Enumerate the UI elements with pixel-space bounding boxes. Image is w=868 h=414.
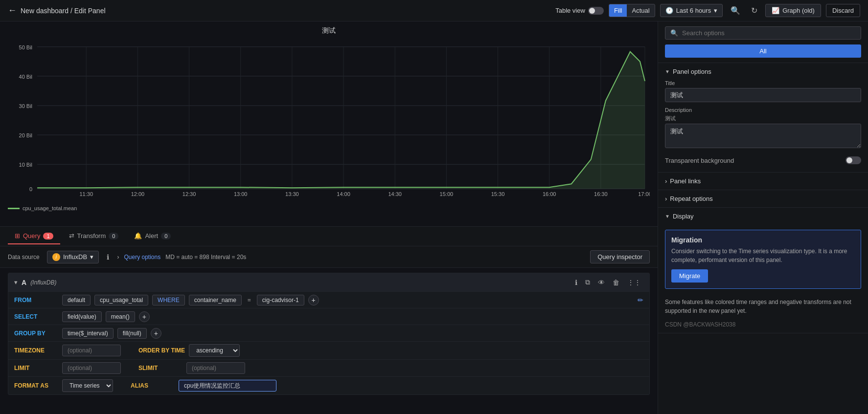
query-visibility-icon[interactable]: 👁 bbox=[595, 277, 607, 287]
alias-label: ALIAS bbox=[131, 382, 175, 389]
query-inspector-btn[interactable]: Query inspector bbox=[590, 250, 650, 263]
display-label: Display bbox=[673, 213, 694, 220]
table-view-switch[interactable] bbox=[588, 7, 604, 15]
select-plus[interactable]: + bbox=[139, 311, 150, 322]
from-plus[interactable]: + bbox=[308, 295, 319, 305]
desc-sublabel: 测试 bbox=[665, 115, 861, 122]
migration-box: Migration Consider switching to the Time… bbox=[665, 230, 861, 289]
top-bar: ← New dashboard / Edit Panel Table view … bbox=[0, 0, 868, 22]
fill-btn[interactable]: Fill bbox=[609, 4, 627, 17]
query-block-actions: ℹ ⧉ 👁 🗑 ⋮⋮ bbox=[572, 277, 643, 287]
query-copy-icon[interactable]: ⧉ bbox=[583, 277, 593, 287]
svg-text:12:00: 12:00 bbox=[131, 191, 145, 197]
query-letter: A bbox=[22, 279, 26, 286]
repeat-options-section[interactable]: › Repeat options bbox=[658, 190, 868, 208]
migrate-btn[interactable]: Migrate bbox=[671, 269, 708, 283]
time-range-picker[interactable]: 🕐 Last 6 hours ▾ bbox=[660, 4, 723, 17]
group-fill[interactable]: fill(null) bbox=[117, 328, 147, 339]
zoom-icon[interactable]: 🔍 bbox=[728, 4, 743, 17]
repeat-options-chevron-icon: › bbox=[665, 195, 667, 202]
limit-label: LIMIT bbox=[14, 365, 58, 371]
from-measurement[interactable]: default bbox=[62, 295, 91, 305]
graph-type-btn[interactable]: 📈 Graph (old) bbox=[765, 4, 821, 17]
refresh-icon[interactable]: ↻ bbox=[748, 4, 760, 17]
discard-button[interactable]: Discard bbox=[826, 4, 860, 17]
title-field-input[interactable] bbox=[665, 88, 861, 102]
timezone-input[interactable] bbox=[62, 345, 121, 356]
panel-options-header[interactable]: ▼ Panel options bbox=[658, 63, 868, 80]
tab-query[interactable]: ⊞ Query 1 bbox=[8, 228, 60, 244]
breadcrumb-area: ← New dashboard / Edit Panel bbox=[8, 5, 106, 16]
condition-val[interactable]: cig-cadvisor-1 bbox=[257, 295, 304, 305]
back-icon[interactable]: ← bbox=[8, 5, 17, 16]
panel-links-section[interactable]: › Panel links bbox=[658, 173, 868, 190]
format-as-label: FORMAT AS bbox=[14, 382, 58, 389]
svg-text:12:30: 12:30 bbox=[183, 191, 196, 197]
slimit-input[interactable] bbox=[186, 362, 245, 374]
all-btn[interactable]: All bbox=[665, 44, 861, 58]
transform-tab-icon: ⇄ bbox=[69, 232, 74, 240]
limit-input[interactable] bbox=[62, 362, 121, 374]
fill-actual-toggle: Fill Actual bbox=[609, 4, 655, 17]
svg-text:50 Bil: 50 Bil bbox=[19, 44, 33, 50]
alias-input[interactable] bbox=[179, 380, 276, 392]
svg-text:15:30: 15:30 bbox=[491, 191, 505, 197]
transform-tab-label: Transform bbox=[77, 232, 106, 240]
search-options-input[interactable] bbox=[682, 29, 856, 37]
alert-tab-badge: 0 bbox=[161, 233, 171, 240]
query-info-icon[interactable]: ℹ bbox=[572, 277, 580, 287]
timezone-label: TIMEZONE bbox=[14, 347, 58, 354]
table-view-label: Table view bbox=[555, 7, 585, 14]
transparent-knob bbox=[846, 157, 852, 163]
group-by-label: GROUP BY bbox=[14, 330, 58, 337]
query-tab-label: Query bbox=[23, 232, 40, 240]
select-label: SELECT bbox=[14, 313, 58, 320]
tab-alert[interactable]: 🔔 Alert 0 bbox=[127, 228, 178, 244]
svg-text:14:30: 14:30 bbox=[388, 191, 402, 197]
collapse-icon[interactable]: ▾ bbox=[14, 279, 18, 286]
svg-text:20 Bil: 20 Bil bbox=[19, 132, 33, 138]
group-time[interactable]: time($_interval) bbox=[62, 328, 114, 339]
format-as-select[interactable]: Time series Table bbox=[62, 379, 113, 392]
panel-links-chevron-icon: › bbox=[665, 177, 667, 185]
right-panel-header: 🔍 All bbox=[658, 22, 868, 63]
search-options-box: 🔍 bbox=[665, 26, 861, 40]
panel-options-section: ▼ Panel options Title Description 测试 测试 … bbox=[658, 63, 868, 173]
condition-key[interactable]: container_name bbox=[189, 295, 242, 305]
chart-svg: 0 10 Bil 20 Bil 30 Bil 40 Bil 50 Bil 11:… bbox=[8, 37, 650, 203]
timezone-order-row: TIMEZONE ORDER BY TIME ascending descend… bbox=[8, 342, 649, 360]
select-field[interactable]: field(value) bbox=[62, 311, 102, 322]
from-table[interactable]: cpu_usage_total bbox=[94, 295, 148, 305]
group-plus[interactable]: + bbox=[151, 328, 161, 339]
desc-textarea[interactable]: 测试 bbox=[665, 124, 861, 148]
from-label: FROM bbox=[14, 297, 58, 304]
chart-legend: cpu_usage_total.mean bbox=[8, 203, 650, 213]
right-panel-content: ▼ Panel options Title Description 测试 测试 … bbox=[658, 63, 868, 414]
transparent-switch[interactable] bbox=[845, 156, 861, 164]
from-row: FROM default cpu_usage_total WHERE conta… bbox=[8, 292, 649, 308]
repeat-options-label: Repeat options bbox=[670, 195, 712, 202]
svg-text:0: 0 bbox=[29, 186, 32, 192]
query-drag-icon[interactable]: ⋮⋮ bbox=[625, 277, 643, 287]
desc-field-row: Description 测试 测试 bbox=[665, 107, 861, 150]
order-by-select[interactable]: ascending descending bbox=[189, 344, 240, 357]
panel-links-label: Panel links bbox=[670, 177, 701, 185]
desc-field-label: Description bbox=[665, 107, 861, 113]
center-panel: 测试 bbox=[0, 22, 658, 414]
query-options-btn[interactable]: Query options bbox=[124, 254, 160, 261]
query-delete-icon[interactable]: 🗑 bbox=[610, 277, 622, 287]
select-agg[interactable]: mean() bbox=[106, 311, 135, 322]
title-field-row: Title bbox=[665, 80, 861, 102]
from-edit-icon[interactable]: ✏ bbox=[638, 296, 643, 304]
influxdb-icon: ⅈ bbox=[52, 253, 60, 261]
datasource-info-icon[interactable]: ℹ bbox=[104, 251, 112, 263]
svg-text:14:00: 14:00 bbox=[337, 191, 350, 197]
tab-transform[interactable]: ⇄ Transform 0 bbox=[62, 228, 126, 244]
datasource-select[interactable]: ⅈ InfluxDB ▾ bbox=[47, 251, 99, 263]
display-section-header[interactable]: ▼ Display bbox=[658, 208, 868, 225]
graph-type-label: Graph (old) bbox=[782, 7, 815, 14]
actual-btn[interactable]: Actual bbox=[627, 4, 654, 17]
datasource-name: InfluxDB bbox=[63, 253, 87, 261]
table-view-toggle-area: Table view bbox=[555, 7, 604, 15]
svg-text:17:00: 17:00 bbox=[638, 191, 650, 197]
